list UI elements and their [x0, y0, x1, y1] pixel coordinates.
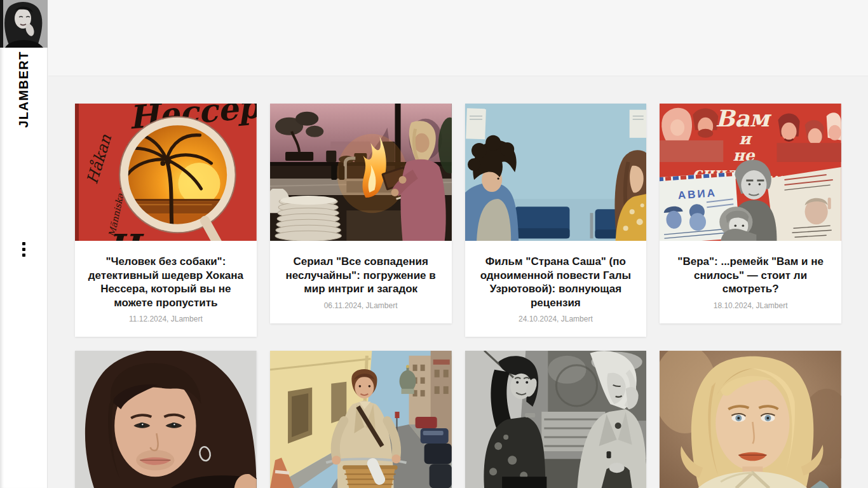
- post-card: [75, 351, 257, 488]
- post-meta: 24.10.2024, JLambert: [475, 315, 637, 323]
- post-image-link[interactable]: [660, 351, 841, 488]
- post-image-portrait: [75, 351, 257, 488]
- profile-photo[interactable]: [0, 0, 48, 48]
- post-image-link[interactable]: Вам и не снилось...: [660, 104, 841, 241]
- post-image-link[interactable]: [465, 104, 647, 241]
- post-card: Нессер Håkan Människa utan hund Человек: [75, 104, 257, 337]
- post-image-book-cover: Нессер Håkan Människa utan hund Человек: [75, 104, 257, 241]
- post-meta: 06.11.2024, JLambert: [280, 301, 442, 310]
- top-header: [48, 0, 868, 76]
- cathedral-dome: [399, 370, 416, 392]
- post-meta: 18.10.2024, JLambert: [670, 301, 831, 310]
- post-image-link[interactable]: [270, 104, 452, 241]
- ellipsis-dot: [22, 242, 25, 245]
- post-image-blonde-portrait: [660, 351, 841, 488]
- post-body: Сериал "Все совпадения неслучайны": погр…: [270, 241, 452, 323]
- post-image-kitchen-scene: [270, 104, 452, 241]
- post-title[interactable]: "Вера": ...ремейк "Вам и не снилось" — с…: [670, 255, 831, 296]
- post-image-waiting-room: [465, 104, 647, 241]
- posts-grid: Нессер Håkan Människa utan hund Человек: [48, 76, 868, 488]
- post-body: Фильм "Страна Саша" (по одноименной пове…: [465, 241, 647, 337]
- woman-robe: [400, 159, 445, 241]
- sidebar: JLAMBERT: [0, 0, 48, 488]
- post-image-link[interactable]: [270, 351, 452, 488]
- post-card: [465, 351, 647, 488]
- post-title[interactable]: "Человек без собаки": детективный шедевр…: [85, 255, 247, 309]
- post-image-soviet-poster: Вам и не снилось...: [660, 104, 841, 241]
- post-card: [660, 351, 841, 488]
- post-title[interactable]: Фильм "Страна Саша" (по одноименной пове…: [475, 255, 637, 309]
- post-image-link[interactable]: Нессер Håkan Människa utan hund Человек: [75, 104, 257, 241]
- post-body: "Человек без собаки": детективный шедевр…: [75, 241, 257, 337]
- post-image-link[interactable]: [465, 351, 647, 488]
- post-meta: 11.12.2024, JLambert: [85, 315, 247, 323]
- post-card: Фильм "Страна Саша" (по одноименной пове…: [465, 104, 647, 337]
- post-card: Вам и не снилось...: [660, 104, 841, 323]
- post-title[interactable]: Сериал "Все совпадения неслучайны": погр…: [280, 255, 442, 296]
- menu-toggle-button[interactable]: [0, 242, 48, 257]
- post-card: Сериал "Все совпадения неслучайны": погр…: [270, 104, 452, 323]
- post-image-bicycle-street: [270, 351, 452, 488]
- post-image-link[interactable]: [75, 351, 257, 488]
- svg-text:Вам: Вам: [715, 105, 772, 132]
- post-image-bw-photo: [465, 351, 647, 488]
- post-card: [270, 351, 452, 488]
- ellipsis-dot: [22, 254, 25, 257]
- post-body: "Вера": ...ремейк "Вам и не снилось" — с…: [660, 241, 841, 323]
- site-title[interactable]: JLAMBERT: [17, 51, 31, 128]
- ellipsis-dot: [22, 248, 25, 251]
